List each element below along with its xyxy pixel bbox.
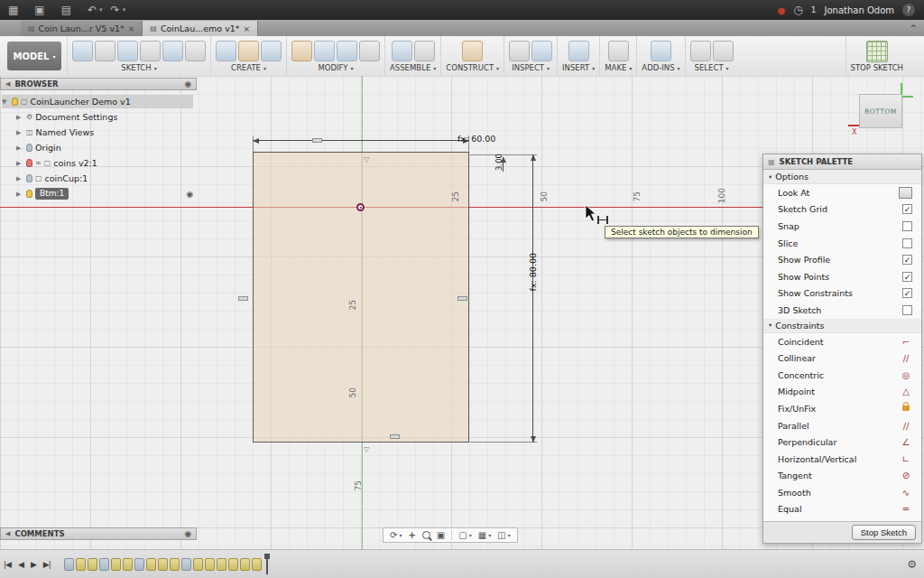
timeline-step-back-icon[interactable]: ◀	[18, 560, 23, 569]
tab-coinlauncher-demo[interactable]: ▤ CoinLau...emo v1* ×	[143, 21, 258, 36]
timeline-feature-icon[interactable]	[205, 558, 215, 571]
expand-open-icon[interactable]: ▼	[2, 98, 9, 106]
redo-icon[interactable]: ↷	[111, 4, 120, 16]
timeline-feature-icon[interactable]	[76, 558, 86, 571]
dimension-width-value[interactable]: fx: 60.00	[457, 134, 495, 144]
midpoint-handle[interactable]	[457, 296, 467, 301]
collapse-panel-icon[interactable]: ◀	[5, 530, 10, 537]
expand-icon[interactable]: ▶	[16, 175, 23, 182]
visibility-bulb-icon[interactable]	[12, 98, 18, 106]
expand-icon[interactable]: ▶	[16, 191, 23, 198]
timeline-feature-icon[interactable]	[158, 558, 168, 571]
timeline-feature-icon[interactable]	[88, 558, 97, 571]
dimension-line-width[interactable]	[253, 140, 469, 141]
show-constraints-checkbox[interactable]: ✓	[902, 288, 912, 298]
fit-view-icon[interactable]: ▣	[437, 530, 445, 540]
sketch-menu[interactable]: SKETCH ▾	[121, 63, 156, 72]
constraints-section-header[interactable]: ▾ Constraints	[763, 319, 921, 333]
visibility-bulb-icon[interactable]	[26, 174, 32, 182]
perpendicular-icon[interactable]: ∠	[900, 437, 912, 447]
undo-caret-icon[interactable]: ▾	[99, 6, 103, 14]
make-icon[interactable]	[608, 41, 629, 61]
equal-icon[interactable]: =	[900, 504, 912, 514]
addins-menu[interactable]: ADD-INS ▾	[642, 63, 679, 72]
comments-panel-header[interactable]: ◀ COMMENTS ◉	[0, 527, 197, 540]
insert-icon[interactable]	[568, 41, 589, 61]
dimension-line-height[interactable]	[532, 154, 533, 443]
timeline-feature-icon[interactable]	[217, 558, 226, 571]
browser-item-document-settings[interactable]: ▶ ⚙ Document Settings	[16, 110, 117, 124]
smooth-icon[interactable]: ∿	[900, 488, 912, 498]
tab-coin-launcher-v5[interactable]: ▤ Coin Laun...r V5 v1* ×	[21, 21, 143, 36]
collapse-toolbar-icon[interactable]: ^	[910, 23, 917, 33]
view-cube[interactable]: BOTTOM X	[846, 81, 922, 146]
selection-filter-icon[interactable]	[713, 41, 734, 61]
construction-plane-icon[interactable]	[462, 41, 483, 61]
origin-point[interactable]	[356, 203, 365, 211]
timeline-skip-start-icon[interactable]: |◀	[4, 560, 11, 569]
expand-icon[interactable]: ▶	[16, 144, 23, 152]
browser-root-item[interactable]: ▼ ▢ CoinLauncher Demo v1	[2, 95, 193, 108]
insert-menu[interactable]: INSERT ▾	[562, 63, 595, 72]
sketch-rectangle-profile[interactable]	[253, 152, 469, 443]
browser-item-label[interactable]: coins v2:1	[53, 158, 97, 168]
visibility-bulb-icon[interactable]	[26, 159, 32, 167]
browser-item-origin[interactable]: ▶ Origin	[16, 141, 61, 154]
make-menu[interactable]: MAKE ▾	[605, 63, 632, 72]
options-section-header[interactable]: ▾ Options	[763, 170, 921, 184]
midpoint-handle[interactable]	[238, 296, 248, 301]
timeline-feature-icon[interactable]	[240, 558, 250, 571]
inspect-menu[interactable]: INSPECT ▾	[512, 63, 550, 72]
stop-sketch-button[interactable]: STOP SKETCH	[851, 63, 903, 72]
help-icon[interactable]: ?	[902, 4, 915, 16]
browser-item-label[interactable]: Document Settings	[35, 112, 117, 122]
sweep-icon[interactable]	[261, 41, 282, 61]
show-profile-checkbox[interactable]: ✓	[902, 255, 912, 265]
concentric-icon[interactable]: ◎	[900, 370, 912, 380]
polygon-marker-icon[interactable]: ▽	[364, 445, 369, 453]
scripts-addins-icon[interactable]	[651, 41, 671, 61]
collinear-icon[interactable]: ∕∕	[900, 353, 912, 363]
panel-float-icon[interactable]: ◉	[184, 529, 191, 538]
shell-icon[interactable]	[337, 41, 357, 61]
measure-icon[interactable]	[509, 41, 530, 61]
browser-item-coins-v2[interactable]: ▶ ∞ ▢ coins v2:1	[16, 156, 97, 170]
collapse-panel-icon[interactable]: ◀	[5, 80, 10, 88]
timeline-feature-icon[interactable]	[181, 558, 191, 571]
browser-item-label[interactable]: Named Views	[36, 127, 95, 137]
create-menu[interactable]: CREATE ▾	[231, 63, 266, 72]
viewport-settings-icon[interactable]: ◫▾	[497, 530, 510, 540]
expand-icon[interactable]: ▶	[16, 160, 23, 167]
line-icon[interactable]	[95, 41, 116, 61]
section-analysis-icon[interactable]	[531, 41, 552, 61]
timeline-feature-icon[interactable]	[146, 558, 156, 571]
viewcube-face-bottom[interactable]: BOTTOM	[859, 94, 902, 128]
fillet-icon[interactable]	[314, 41, 335, 61]
undo-icon[interactable]: ↶	[88, 4, 97, 16]
timeline-feature-icon[interactable]	[193, 558, 203, 571]
joint-icon[interactable]	[414, 41, 435, 61]
close-tab-icon[interactable]: ×	[244, 24, 251, 33]
orbit-icon[interactable]: ⟳▾	[390, 530, 402, 540]
dimension-small-value[interactable]: 3.00	[494, 154, 504, 171]
close-tab-icon[interactable]: ×	[128, 24, 135, 33]
panel-float-icon[interactable]: ◉	[184, 79, 191, 89]
clock-icon[interactable]: ◷	[793, 4, 802, 16]
timeline-feature-icon[interactable]	[111, 558, 121, 571]
tangent-icon[interactable]: ⊘	[900, 471, 912, 480]
browser-panel-header[interactable]: ◀ BROWSER ◉	[0, 78, 197, 90]
browser-item-named-views[interactable]: ▶ ◫ Named Views	[16, 126, 94, 139]
browser-item-label[interactable]: CoinLauncher Demo v1	[31, 97, 131, 107]
display-settings-icon[interactable]: ▢▾	[458, 530, 471, 540]
fix-unfix-lock-icon[interactable]	[902, 406, 910, 411]
dimension-handle[interactable]	[312, 138, 322, 143]
browser-item-label[interactable]: coinCup:1	[45, 173, 88, 183]
create-sketch-icon[interactable]	[72, 41, 93, 61]
sketch-palette-header[interactable]: ▦ SKETCH PALETTE	[763, 154, 921, 170]
revolve-icon[interactable]	[238, 41, 259, 61]
timeline-feature-icon[interactable]	[170, 558, 180, 571]
workspace-selector[interactable]: MODEL ▾	[7, 42, 61, 70]
save-icon[interactable]: ▤	[61, 4, 71, 16]
browser-item-btm[interactable]: ▶ Btm:1 ◉	[16, 187, 193, 200]
combine-icon[interactable]	[359, 41, 380, 61]
